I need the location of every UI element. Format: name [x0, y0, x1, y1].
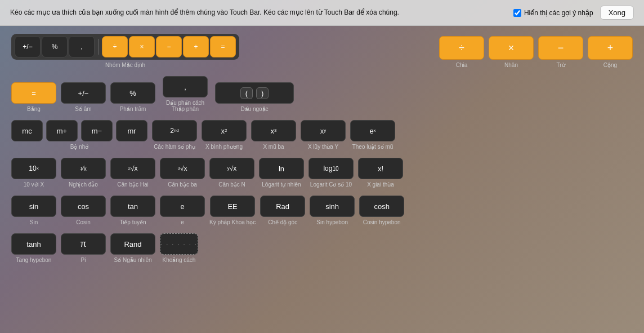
- key-tanh[interactable]: tanh: [11, 233, 56, 255]
- key-sqrt2-label: Căn bậc Hai: [117, 181, 148, 188]
- key-chia-group: ÷ Chia: [439, 36, 484, 68]
- key-equals-strip[interactable]: =: [210, 36, 236, 57]
- key-e-group: e e: [160, 196, 205, 225]
- key-rand-label: Số Ngẫu nhiên: [114, 257, 151, 263]
- key-tanh-label: Tang hypebon: [16, 257, 52, 263]
- key-space[interactable]: · · · · · · ·: [160, 233, 198, 255]
- top-bar: Kéo các mục ưa thích của bạn xuống cuối …: [0, 0, 644, 26]
- key-phan-tram-group: % Phần trăm: [110, 82, 155, 112]
- key-sqrtn[interactable]: y√x: [209, 158, 254, 179]
- key-ln-label: Lôgarit tự nhiên: [262, 181, 301, 188]
- key-bang[interactable]: =: [11, 82, 56, 104]
- row-2: = Bằng +/− Số âm % Phần trăm , Dấu phần …: [11, 76, 633, 112]
- key-ee[interactable]: EE: [210, 196, 255, 217]
- key-xfact-label: X giai thừa: [367, 181, 394, 188]
- key-rand[interactable]: Rand: [110, 233, 155, 255]
- key-e-label: e: [181, 219, 184, 225]
- key-cong-label: Cộng: [603, 62, 617, 68]
- key-dau-phan-cach-label: Dấu phần cách Thập phân: [160, 100, 211, 112]
- key-nhan-label: Nhân: [504, 62, 518, 68]
- key-sqrt3[interactable]: 3√x: [160, 158, 205, 179]
- row-1: +/− % , ÷ × − + = Nhóm Mặc định ÷ Chia ×…: [11, 34, 633, 68]
- done-button[interactable]: Xong: [600, 6, 634, 20]
- checkbox-label[interactable]: Hiển thị các gợi ý nhập: [513, 9, 593, 17]
- key-10x-group: 10x 10 với X: [11, 158, 56, 188]
- instruction-text: Kéo các mục ưa thích của bạn xuống cuối …: [10, 8, 399, 17]
- key-phan-tram[interactable]: %: [110, 82, 155, 104]
- key-ee-label: Ký pháp Khoa học: [209, 219, 256, 225]
- key-e[interactable]: e: [160, 196, 205, 217]
- key-tan[interactable]: tan: [110, 196, 155, 217]
- key-sqrt2[interactable]: 2√x: [110, 158, 155, 179]
- key-so-am-label: Số âm: [75, 106, 91, 112]
- key-xy-label: X lũy thừa Y: [308, 144, 338, 150]
- key-10x[interactable]: 10x: [11, 158, 56, 179]
- key-pi-group: π Pi: [61, 233, 106, 263]
- key-tru[interactable]: −: [538, 36, 583, 60]
- key-so-am[interactable]: +/−: [61, 82, 106, 104]
- key-plus-minus-strip[interactable]: +/−: [15, 36, 41, 57]
- key-chia[interactable]: ÷: [439, 36, 484, 60]
- key-x2-label: X bình phương: [205, 144, 243, 150]
- key-mr[interactable]: mr: [116, 120, 147, 141]
- row-3: mc m+ m− mr Bộ nhớ 2nd Các hàm số phụ x2…: [11, 120, 633, 150]
- key-sinh[interactable]: sinh: [310, 196, 355, 217]
- key-cong[interactable]: +: [588, 36, 633, 60]
- memory-group: mc m+ m− mr Bộ nhớ: [11, 120, 147, 150]
- key-inv[interactable]: 1⁄x: [61, 158, 106, 179]
- key-comma-strip[interactable]: ,: [69, 36, 95, 57]
- key-divide-strip[interactable]: ÷: [102, 36, 128, 57]
- key-dau-ngoac-group: ( ) Dấu ngoặc: [215, 82, 294, 112]
- key-nhan[interactable]: ×: [489, 36, 534, 60]
- key-cosh-group: cosh Cosin hypebon: [359, 196, 404, 225]
- key-cosh[interactable]: cosh: [359, 196, 404, 217]
- default-group-label: Nhóm Mặc định: [105, 62, 145, 68]
- key-nhan-group: × Nhân: [489, 36, 534, 68]
- key-sinh-group: sinh Sin hypebon: [310, 196, 355, 225]
- key-tru-group: − Trừ: [538, 36, 583, 68]
- default-group-strip: +/− % , ÷ × − + =: [11, 34, 239, 60]
- key-m-minus[interactable]: m−: [81, 120, 113, 141]
- default-group: +/− % , ÷ × − + = Nhóm Mặc định: [11, 34, 239, 68]
- key-rand-group: Rand Số Ngẫu nhiên: [110, 233, 155, 263]
- key-sin[interactable]: sin: [11, 196, 56, 217]
- key-x2[interactable]: x2: [202, 120, 247, 141]
- key-dau-phan-cach-group: , Dấu phần cách Thập phân: [160, 76, 211, 112]
- key-ln[interactable]: ln: [259, 158, 304, 179]
- key-plus-strip[interactable]: +: [183, 36, 209, 57]
- row-4: 10x 10 với X 1⁄x Nghịch đảo 2√x Căn bậc …: [11, 158, 633, 188]
- key-sqrtn-label: Căn bậc N: [218, 181, 245, 188]
- key-rad[interactable]: Rad: [260, 196, 305, 217]
- key-ex[interactable]: ex: [350, 120, 395, 141]
- key-m-plus[interactable]: m+: [46, 120, 78, 141]
- key-mc[interactable]: mc: [11, 120, 43, 141]
- key-tanh-group: tanh Tang hypebon: [11, 233, 56, 263]
- key-percent-strip[interactable]: %: [42, 36, 68, 57]
- key-pi-label: Pi: [81, 257, 86, 263]
- key-rad-group: Rad Chế độ góc: [260, 196, 305, 225]
- key-ee-group: EE Ký pháp Khoa học: [209, 196, 256, 225]
- key-sin-label: Sin: [30, 219, 38, 225]
- key-dau-phan-cach[interactable]: ,: [163, 76, 208, 97]
- key-xy-group: xy X lũy thừa Y: [301, 120, 346, 150]
- key-xfact[interactable]: x!: [358, 158, 403, 179]
- key-x3[interactable]: x3: [251, 120, 296, 141]
- key-cos[interactable]: cos: [61, 196, 106, 217]
- key-bang-label: Bằng: [27, 106, 41, 112]
- key-sqrt3-group: 3√x Căn bậc ba: [160, 158, 205, 188]
- show-suggestions-checkbox[interactable]: [513, 9, 521, 17]
- top-bar-controls: Hiển thị các gợi ý nhập Xong: [513, 6, 634, 20]
- key-log10[interactable]: log10: [308, 158, 354, 179]
- key-so-am-group: +/− Số âm: [61, 82, 106, 112]
- key-2nd[interactable]: 2nd: [152, 120, 197, 141]
- key-rad-label: Chế độ góc: [268, 219, 297, 225]
- key-dau-ngoac[interactable]: ( ): [215, 82, 294, 104]
- key-inv-group: 1⁄x Nghịch đảo: [61, 158, 106, 188]
- key-xy[interactable]: xy: [301, 120, 346, 141]
- key-pi[interactable]: π: [61, 233, 106, 255]
- key-multiply-strip[interactable]: ×: [129, 36, 155, 57]
- key-sqrt3-label: Căn bậc ba: [168, 181, 197, 188]
- key-log10-label: Logarit Cơ số 10: [310, 181, 352, 188]
- key-minus-strip[interactable]: −: [156, 36, 182, 57]
- key-space-label: Khoảng cách: [163, 257, 196, 263]
